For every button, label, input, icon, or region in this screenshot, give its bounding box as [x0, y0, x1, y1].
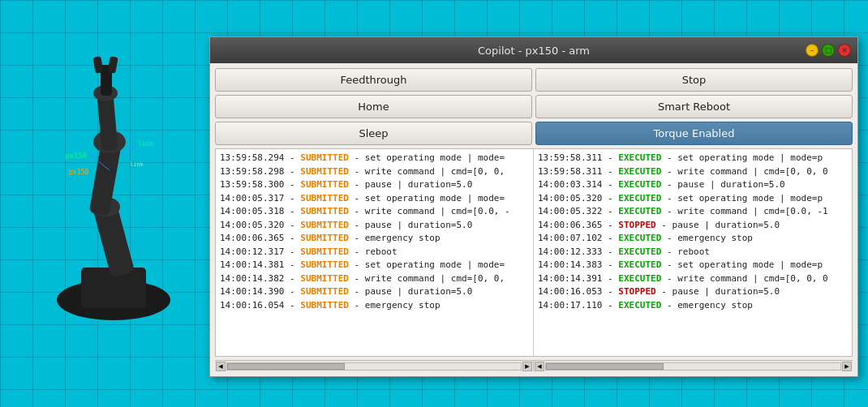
titlebar: Copilot - px150 - arm – □ ✕	[210, 37, 857, 63]
left-scroll-left[interactable]: ◀	[216, 362, 226, 371]
scrollbar-row: ◀ ▶ ◀ ▶	[215, 360, 853, 371]
log-line: 13:59:58.300 - SUBMITTED - pause | durat…	[220, 178, 529, 192]
main-window: Copilot - px150 - arm – □ ✕ Feedthrough …	[209, 36, 858, 377]
window-title: Copilot - px150 - arm	[478, 45, 590, 57]
right-scrollbar[interactable]: ◀ ▶	[534, 361, 853, 371]
log-line: 14:00:14.383 - EXECUTED - set operating …	[538, 259, 848, 272]
log-line: 14:00:17.110 - EXECUTED - emergency stop	[538, 299, 848, 313]
minimize-button[interactable]: –	[806, 44, 819, 57]
log-line: 14:00:12.333 - EXECUTED - reboot	[538, 246, 848, 259]
left-scrollbar[interactable]: ◀ ▶	[215, 361, 534, 371]
close-button[interactable]: ✕	[838, 44, 851, 57]
button-row-3: Sleep Torque Enabled	[215, 122, 853, 145]
right-log-panel[interactable]: 13:59:58.311 - EXECUTED - set operating …	[534, 149, 852, 356]
log-line: 14:00:06.365 - STOPPED - pause | duratio…	[538, 219, 848, 233]
log-line: 14:00:16.054 - SUBMITTED - emergency sto…	[220, 299, 529, 313]
torque-enabled-button[interactable]: Torque Enabled	[535, 122, 853, 145]
log-line: 14:00:14.381 - SUBMITTED - set operating…	[220, 259, 529, 272]
log-line: 14:00:16.053 - STOPPED - pause | duratio…	[538, 285, 848, 299]
log-line: 14:00:05.320 - SUBMITTED - pause | durat…	[220, 219, 529, 233]
log-line: 14:00:05.320 - EXECUTED - set operating …	[538, 192, 848, 206]
log-line: 13:59:58.298 - SUBMITTED - write command…	[220, 165, 529, 179]
button-row-2: Home Smart Reboot	[215, 95, 853, 118]
log-area: 13:59:58.294 - SUBMITTED - set operating…	[215, 148, 853, 357]
log-line: 14:00:14.382 - SUBMITTED - write command…	[220, 272, 529, 286]
home-button[interactable]: Home	[215, 95, 532, 118]
feedthrough-button[interactable]: Feedthrough	[215, 68, 532, 92]
log-line: 14:00:03.314 - EXECUTED - pause | durati…	[538, 178, 848, 192]
smart-reboot-button[interactable]: Smart Reboot	[535, 95, 853, 118]
stop-button[interactable]: Stop	[535, 68, 853, 92]
left-scroll-right[interactable]: ▶	[522, 362, 532, 371]
left-log-panel[interactable]: 13:59:58.294 - SUBMITTED - set operating…	[216, 149, 534, 356]
right-scroll-track[interactable]	[545, 362, 841, 371]
sleep-button[interactable]: Sleep	[215, 122, 532, 145]
right-scroll-left[interactable]: ◀	[535, 362, 544, 371]
log-line: 14:00:14.391 - EXECUTED - write command …	[538, 272, 848, 286]
log-line: 14:00:05.318 - SUBMITTED - write command…	[220, 205, 529, 219]
right-scroll-thumb[interactable]	[546, 363, 664, 370]
svg-text:px150: px150	[65, 152, 87, 160]
log-line: 13:59:58.294 - SUBMITTED - set operating…	[220, 152, 529, 165]
content-area: Feedthrough Stop Home Smart Reboot Sleep…	[210, 63, 857, 376]
log-line: 14:00:06.365 - SUBMITTED - emergency sto…	[220, 232, 529, 246]
log-line: 14:00:05.322 - EXECUTED - write command …	[538, 205, 848, 219]
svg-text:px150: px150	[69, 169, 88, 176]
robot-arm-visual: px150 link link px150	[24, 49, 203, 324]
log-line: 14:00:07.102 - EXECUTED - emergency stop	[538, 232, 848, 246]
log-line: 14:00:12.317 - SUBMITTED - reboot	[220, 246, 529, 259]
left-scroll-thumb[interactable]	[227, 363, 345, 370]
log-line: 13:59:58.311 - EXECUTED - set operating …	[538, 152, 848, 165]
log-line: 14:00:14.390 - SUBMITTED - pause | durat…	[220, 285, 529, 299]
log-line: 14:00:05.317 - SUBMITTED - set operating…	[220, 192, 529, 206]
svg-text:link: link	[130, 161, 144, 168]
left-scroll-track[interactable]	[226, 362, 522, 371]
maximize-button[interactable]: □	[822, 44, 835, 57]
button-row-1: Feedthrough Stop	[215, 68, 853, 92]
right-scroll-right[interactable]: ▶	[842, 362, 852, 371]
svg-rect-10	[107, 56, 118, 73]
svg-text:link: link	[138, 140, 153, 148]
svg-rect-9	[92, 56, 103, 73]
titlebar-controls: – □ ✕	[806, 44, 851, 57]
log-line: 13:59:58.311 - EXECUTED - write command …	[538, 165, 848, 179]
